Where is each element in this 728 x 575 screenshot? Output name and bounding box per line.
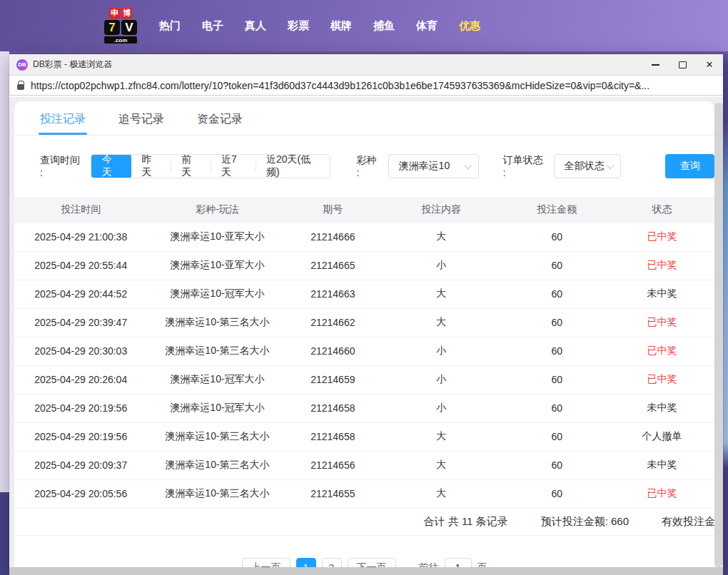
table-cell: 21214659 (288, 365, 379, 394)
close-icon: ✕ (706, 60, 714, 69)
table-cell: 21214663 (288, 280, 379, 308)
table-cell: 大 (378, 308, 505, 337)
tab-资金记录[interactable]: 资金记录 (197, 112, 243, 135)
table-cell: 60 (505, 308, 610, 337)
logo-char: 7 (104, 20, 120, 35)
table-cell: 澳洲幸运10-亚军大小 (147, 251, 287, 280)
page-background-strip (0, 51, 9, 492)
time-filter-group: 今天昨天前天近7天近20天(低频) (91, 154, 331, 178)
status-select-value: 全部状态 (565, 160, 605, 173)
top-nav: 申 博 7 V .com 热门电子真人彩票棋牌捕鱼体育优惠 (0, 0, 728, 51)
time-option[interactable]: 前天 (171, 154, 211, 178)
status-cell: 未中奖 (610, 451, 714, 479)
summary-expected-amount: 预计投注金额: 660 (541, 515, 629, 529)
nav-item[interactable]: 真人 (234, 19, 277, 33)
table-cell: 2025-04-29 20:26:04 (14, 365, 147, 394)
table-cell: 60 (505, 251, 610, 280)
nav-item[interactable]: 优惠 (448, 19, 491, 33)
lottery-select[interactable]: 澳洲幸运10 (388, 154, 479, 178)
table-cell: 2025-04-29 20:30:03 (14, 337, 147, 365)
maximize-button[interactable] (669, 54, 696, 75)
order-status-select[interactable]: 全部状态 (554, 154, 622, 178)
window-title: DB彩票 - 极速浏览器 (33, 58, 112, 71)
table-cell: 60 (505, 422, 610, 451)
close-button[interactable]: ✕ (696, 54, 723, 75)
table-cell: 60 (505, 280, 610, 308)
table-header-row: 投注时间彩种-玩法期号投注内容投注金额状态 (14, 197, 714, 223)
time-option[interactable]: 近7天 (211, 154, 256, 178)
table-cell: 2025-04-29 20:19:56 (14, 394, 147, 422)
summary-total: 合计 共 11 条记录 (424, 515, 508, 529)
table-cell: 21214666 (288, 223, 379, 251)
table-cell: 大 (378, 479, 505, 508)
time-option[interactable]: 近20天(低频) (256, 154, 330, 178)
table-cell: 60 (505, 337, 610, 365)
table-row: 2025-04-29 20:30:03澳洲幸运10-第三名大小21214660小… (14, 337, 714, 365)
search-button[interactable]: 查询 (665, 154, 714, 178)
time-filter-label: 查询时间 : (40, 154, 84, 178)
url-text[interactable]: https://ctop02pchwp1.zfnc84.com/lottery/… (31, 80, 649, 91)
table-header-cell: 投注时间 (14, 197, 147, 223)
status-filter-label: 订单状态 : (503, 154, 547, 178)
table-cell: 21214665 (288, 251, 379, 280)
record-tabs: 投注记录追号记录资金记录 (14, 101, 714, 136)
table-row: 2025-04-29 21:00:38澳洲幸运10-亚军大小21214666大6… (14, 223, 714, 251)
lock-icon (17, 84, 24, 90)
nav-item[interactable]: 彩票 (277, 19, 320, 33)
table-header-cell: 状态 (610, 197, 714, 223)
table-cell: 60 (505, 365, 610, 394)
brand-logo[interactable]: 申 博 7 V .com (104, 8, 137, 44)
table-cell: 60 (505, 223, 610, 251)
nav-item[interactable]: 捕鱼 (363, 19, 405, 33)
chevron-down-icon (607, 161, 615, 169)
horizontal-scrollbar[interactable] (9, 567, 723, 575)
table-header-cell: 投注内容 (378, 197, 505, 223)
minimize-button[interactable] (642, 54, 669, 75)
table-cell: 小 (378, 251, 505, 280)
table-cell: 大 (378, 280, 505, 308)
table-row: 2025-04-29 20:09:37澳洲幸运10-第三名大小21214656大… (14, 451, 714, 479)
tab-追号记录[interactable]: 追号记录 (118, 112, 164, 135)
table-cell: 小 (378, 337, 505, 365)
table-cell: 2025-04-29 20:44:52 (14, 280, 147, 308)
table-row: 2025-04-29 20:39:47澳洲幸运10-第三名大小21214662大… (14, 308, 714, 337)
lottery-select-value: 澳洲幸运10 (399, 160, 450, 173)
tab-投注记录[interactable]: 投注记录 (40, 112, 86, 135)
chevron-down-icon (464, 161, 472, 169)
maximize-icon (679, 61, 687, 68)
bet-records-table: 投注时间彩种-玩法期号投注内容投注金额状态 2025-04-29 21:00:3… (14, 197, 714, 509)
logo-char: 博 (121, 8, 132, 19)
address-bar[interactable]: https://ctop02pchwp1.zfnc84.com/lottery/… (9, 75, 723, 96)
table-cell: 澳洲幸运10-冠军大小 (147, 280, 287, 308)
table-cell: 21214660 (288, 337, 379, 365)
bet-table-body: 2025-04-29 21:00:38澳洲幸运10-亚军大小21214666大6… (14, 223, 714, 508)
table-cell: 21214658 (288, 422, 379, 451)
logo-char: V (121, 20, 137, 35)
time-option[interactable]: 昨天 (131, 154, 171, 178)
summary-valid-amount: 有效投注金额 (662, 515, 714, 529)
table-cell: 60 (505, 451, 610, 479)
time-option[interactable]: 今天 (91, 154, 131, 178)
table-cell: 2025-04-29 20:19:56 (14, 422, 147, 451)
table-row: 2025-04-29 20:05:56澳洲幸运10-第三名大小21214655大… (14, 479, 714, 508)
table-cell: 21214658 (288, 394, 379, 422)
window-controls: ✕ (642, 54, 723, 75)
vertical-scrollbar[interactable] (714, 103, 723, 567)
table-cell: 60 (505, 479, 610, 508)
table-cell: 2025-04-29 20:39:47 (14, 308, 147, 337)
records-card: 投注记录追号记录资金记录 查询时间 : 今天昨天前天近7天近20天(低频) 彩种… (14, 101, 714, 575)
logo-row-top: 申 博 (109, 8, 132, 19)
nav-item[interactable]: 电子 (191, 19, 234, 33)
table-row: 2025-04-29 20:19:56澳洲幸运10-冠军大小21214658小6… (14, 394, 714, 422)
nav-item[interactable]: 棋牌 (320, 19, 363, 33)
nav-item[interactable]: 体育 (405, 19, 448, 33)
nav-item[interactable]: 热门 (148, 19, 191, 33)
table-cell: 21214656 (288, 451, 379, 479)
table-row: 2025-04-29 20:19:56澳洲幸运10-第三名大小21214658大… (14, 422, 714, 451)
filter-bar: 查询时间 : 今天昨天前天近7天近20天(低频) 彩种 : 澳洲幸运10 订单状… (40, 154, 714, 178)
favicon-icon: DB (16, 59, 28, 71)
window-titlebar: DB DB彩票 - 极速浏览器 ✕ (9, 54, 723, 75)
table-cell: 大 (378, 223, 505, 251)
table-cell: 60 (505, 394, 610, 422)
status-cell: 已中奖 (610, 223, 714, 251)
